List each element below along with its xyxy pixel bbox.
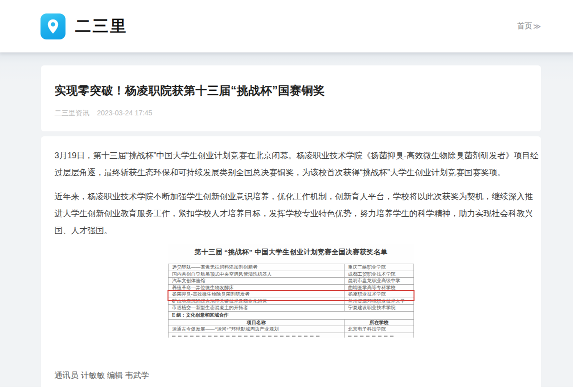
project-name-cell: 汽车文创体验馆 (168, 278, 344, 284)
article-paragraph-2: 近年来，杨凌职业技术学院不断加强学生创新创业意识培养，优化工作机制，创新育人平台… (54, 188, 528, 239)
paragraph-line: 进大学生创新创业教育服务工作，紧扣学校人才培养目标，发挥学校专业特色优势，努力培… (54, 205, 528, 222)
project-name-cell: 市道植交—新型生态混凝土的开拓者 (168, 305, 344, 311)
award-table-rows-group2: 运通古今促发展——“运河+”环球影城周边产业规划 北京电子科技学院 (168, 326, 414, 333)
school-name-cell: 兰州资源环境职业技术大学 (344, 298, 414, 305)
award-table-section-row: E 组：文化创意和区域合作 (168, 312, 414, 320)
chevron-right-double-icon: ≫ (533, 22, 540, 31)
article-credits: 通讯员 计敏敏 编辑 韦武学 (54, 371, 528, 381)
article-title: 实现零突破！杨凌职院获第十三届“挑战杯”国赛铜奖 (54, 83, 528, 98)
school-name-cell: 北京电子科技学院 (344, 326, 414, 333)
award-table-rows-group1: 远昊醇肽——畜禽无抗饲料添加剂创新者 重庆三峡职业学院 国内首创自导航吊顶式中央… (168, 264, 414, 312)
brand-name: 二三里 (75, 15, 128, 37)
location-pin-logo-icon (40, 13, 66, 39)
award-table-row: 远昊醇肽——畜禽无抗饲料添加剂创新者 重庆三峡职业学院 (168, 264, 414, 271)
award-table-truncated-row (168, 333, 414, 338)
site-header: 二三里 首页 ≫ (0, 0, 573, 52)
project-name-cell: 矿山地表沉陷综合治理关键技术及商业化运营 (168, 298, 344, 305)
project-name-cell: 扬菌抑臭-高效微生物除臭菌剂研发者 (168, 291, 344, 298)
award-table-row: 养殖革命—异位微生物发酵床 曲靖医学高等专科学校 (168, 285, 414, 292)
school-name-cell: 曲靖医学高等专科学校 (344, 285, 414, 291)
award-list-image[interactable]: 第十三届 “挑战杯” 中国大学生创业计划竞赛全国决赛获奖名单 远昊醇肽——畜禽无… (168, 244, 414, 338)
award-table-row: 汽车文创体验馆 昆明市盘龙职业高级中学 (168, 278, 414, 285)
article-meta: 二三里资讯 2023-03-24 17:45 (54, 109, 528, 118)
page: 二三里 首页 ≫ 实现零突破！杨凌职院获第十三届“挑战杯”国赛铜奖 二三里资讯 … (0, 0, 573, 392)
award-list-title: 第十三届 “挑战杯” 中国大学生创业计划竞赛全国决赛获奖名单 (168, 248, 414, 257)
project-name-cell: 远昊醇肽——畜禽无抗饲料添加剂创新者 (168, 264, 344, 271)
school-name-cell: 杨凌职业技术学院 (344, 291, 414, 298)
paragraph-line: 近年来，杨凌职业技术学院不断加强学生创新创业意识培养，优化工作机制，创新育人平台… (54, 188, 528, 205)
column-header-project: 项目名称 (168, 320, 344, 326)
brand[interactable]: 二三里 (40, 13, 128, 39)
award-table-row: 运通古今促发展——“运河+”环球影城周边产业规划 北京电子科技学院 (168, 326, 414, 333)
award-table-header-row: 项目名称 所在学校 (168, 320, 414, 327)
nav-home-label: 首页 (517, 21, 532, 31)
project-name-cell: 运通古今促发展——“运河+”环球影城周边产业规划 (168, 326, 344, 333)
school-name-cell: 重庆三峡职业学院 (344, 264, 414, 271)
paragraph-line: 国、人才强国。 (54, 222, 528, 239)
article-body-card: 3月19日，第十三届“挑战杯”中国大学生创业计划竞赛在北京闭幕。杨凌职业技术学院… (41, 136, 541, 392)
article-publish-time: 2023-03-24 17:45 (97, 109, 152, 118)
school-name-cell: 宁夏建设职业技术学院 (344, 305, 414, 311)
school-name-cell: 成都工贸职业技术学院 (344, 271, 414, 278)
nav-home-link[interactable]: 首页 ≫ (517, 21, 540, 31)
article-paragraph-1: 3月19日，第十三届“挑战杯”中国大学生创业计划竞赛在北京闭幕。杨凌职业技术学院… (54, 147, 528, 181)
award-table-row: 扬菌抑臭-高效微生物除臭菌剂研发者 杨凌职业技术学院 (168, 291, 414, 298)
school-name-cell: 昆明市盘龙职业高级中学 (344, 278, 414, 284)
award-table-row: 市道植交—新型生态混凝土的开拓者 宁夏建设职业技术学院 (168, 305, 414, 312)
truncated-text-marks (344, 333, 414, 338)
section-header-cell: E 组：文化创意和区域合作 (168, 312, 414, 319)
paragraph-line: 3月19日，第十三届“挑战杯”中国大学生创业计划竞赛在北京闭幕。杨凌职业技术学院… (54, 147, 528, 164)
project-name-cell: 养殖革命—异位微生物发酵床 (168, 285, 344, 291)
column-header-school: 所在学校 (344, 320, 414, 326)
map-pin-icon (46, 18, 60, 34)
project-name-cell: 国内首创自导航吊顶式中央空调风管清洗机器人 (168, 271, 344, 278)
award-table: 远昊醇肽——畜禽无抗饲料添加剂创新者 重庆三峡职业学院 国内首创自导航吊顶式中央… (168, 264, 414, 338)
article-source: 二三里资讯 (54, 109, 90, 118)
truncated-text-marks (168, 333, 344, 338)
award-table-row: 国内首创自导航吊顶式中央空调风管清洗机器人 成都工贸职业技术学院 (168, 271, 414, 278)
paragraph-line: 过层层角逐，最终斩获生态环保和可持续发展类别全国总决赛铜奖，为该校首次获得“挑战… (54, 164, 528, 181)
article-title-card: 实现零突破！杨凌职院获第十三届“挑战杯”国赛铜奖 二三里资讯 2023-03-2… (41, 65, 541, 131)
award-table-row: 矿山地表沉陷综合治理关键技术及商业化运营 兰州资源环境职业技术大学 (168, 298, 414, 305)
